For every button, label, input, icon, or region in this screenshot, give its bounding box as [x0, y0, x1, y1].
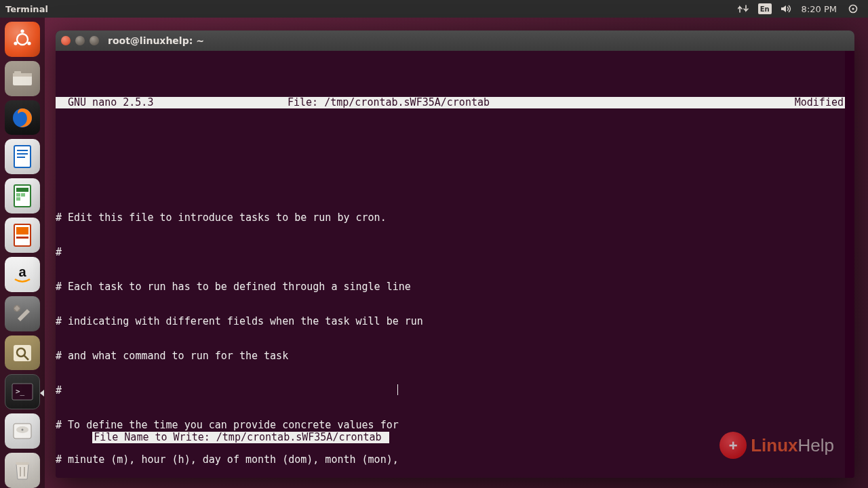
svg-text:a: a [18, 264, 26, 279]
svg-rect-13 [17, 157, 25, 158]
window-maximize-button[interactable] [90, 36, 99, 45]
window-minimize-button[interactable] [75, 36, 85, 45]
sound-icon[interactable] [780, 2, 792, 16]
svg-rect-18 [16, 197, 20, 201]
top-panel: Terminal En 8:20 PM [0, 0, 868, 18]
file-line: # indicating with different fields when … [56, 316, 854, 327]
trash-icon[interactable] [5, 453, 40, 488]
terminal-body[interactable]: GNU nano 2.5.3 File: /tmp/crontab.sWF35A… [56, 51, 854, 478]
nano-prompt-label: File Name to Write: /tmp/crontab.sWF35A/… [92, 432, 382, 443]
calc-icon[interactable] [5, 178, 40, 214]
amazon-icon[interactable]: a [5, 257, 40, 292]
keyboard-layout-indicator[interactable]: En [758, 3, 772, 14]
impress-icon[interactable] [5, 218, 40, 253]
svg-rect-16 [16, 193, 20, 197]
terminal-window: root@linuxhelp: ~ GNU nano 2.5.3 File: /… [56, 30, 854, 478]
search-prefs-icon[interactable] [5, 336, 40, 371]
file-line: # Edit this file to introduce tasks to b… [56, 212, 854, 224]
svg-point-3 [20, 29, 24, 33]
svg-point-1 [852, 7, 854, 9]
svg-rect-15 [16, 188, 28, 192]
window-titlebar[interactable]: root@linuxhelp: ~ [56, 30, 854, 51]
nano-file-label: File: /tmp/crontab.sWF35A/crontab [288, 97, 795, 108]
files-icon[interactable] [5, 61, 40, 96]
file-line: # Each task to run has to be defined thr… [56, 281, 854, 293]
svg-rect-20 [16, 227, 28, 235]
svg-rect-35 [24, 467, 25, 476]
network-icon[interactable] [738, 2, 750, 16]
disk-icon[interactable] [5, 413, 40, 449]
file-line: # and what command to run for the task [56, 350, 854, 362]
terminal-scrollbar[interactable] [845, 51, 854, 478]
window-close-button[interactable] [61, 36, 71, 45]
svg-text:>_: >_ [16, 387, 25, 396]
dash-icon[interactable] [5, 22, 40, 57]
terminal-icon[interactable]: >_ [5, 374, 40, 409]
firefox-icon[interactable] [5, 100, 40, 136]
settings-icon[interactable] [5, 296, 40, 331]
nano-input-cursor[interactable] [383, 432, 389, 443]
file-line: # [56, 385, 854, 396]
writer-icon[interactable] [5, 139, 40, 174]
nano-version: GNU nano 2.5.3 [57, 97, 288, 108]
svg-rect-11 [17, 150, 28, 151]
svg-rect-17 [21, 193, 25, 197]
svg-rect-8 [14, 71, 21, 74]
svg-rect-12 [17, 153, 28, 155]
svg-rect-34 [20, 467, 21, 476]
svg-point-5 [14, 41, 17, 45]
nano-header: GNU nano 2.5.3 File: /tmp/crontab.sWF35A… [56, 97, 854, 108]
svg-point-2 [17, 34, 28, 45]
nano-prompt: File Name to Write: /tmp/crontab.sWF35A/… [56, 420, 845, 455]
svg-point-32 [22, 429, 24, 431]
svg-point-4 [27, 41, 31, 45]
svg-rect-21 [16, 237, 28, 239]
window-title: root@linuxhelp: ~ [108, 35, 204, 46]
text-cursor [397, 384, 398, 395]
nano-shortcuts: ^GGet Help M-DDOS Format M-AAppend M-BBa… [56, 455, 845, 478]
power-icon[interactable] [848, 2, 859, 16]
file-line: # [56, 247, 854, 258]
unity-launcher: a >_ [0, 18, 45, 488]
svg-rect-33 [16, 462, 29, 465]
clock[interactable]: 8:20 PM [802, 4, 837, 14]
active-app-title: Terminal [5, 4, 48, 14]
